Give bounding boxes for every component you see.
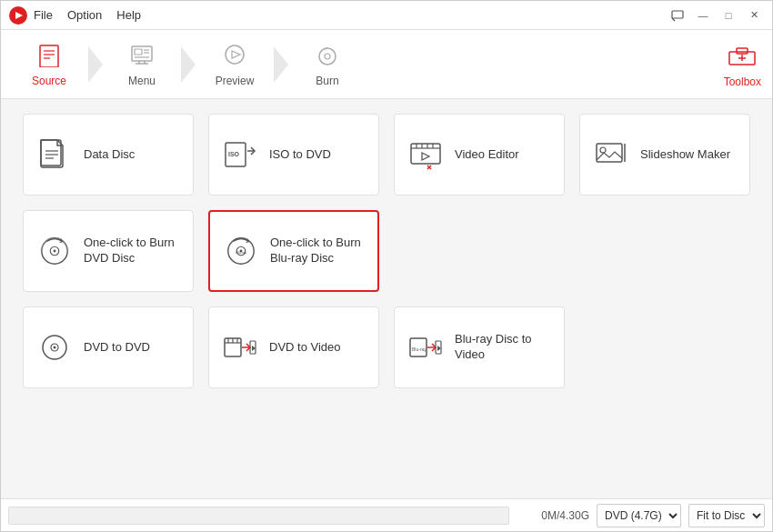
svg-point-42 [600, 147, 606, 153]
menu-bar: File Option Help [34, 8, 141, 22]
message-btn[interactable] [667, 6, 688, 25]
svg-rect-41 [597, 144, 622, 162]
data-disc-icon [38, 138, 71, 171]
tools-row3: DVD to DVD DVD to Video [23, 306, 750, 388]
nav-items: Source Menu [8, 30, 368, 98]
svg-point-19 [325, 54, 330, 59]
minimize-btn[interactable]: — [692, 6, 714, 25]
nav-burn[interactable]: Burn [286, 30, 368, 99]
empty-1 [394, 210, 565, 292]
fit-select[interactable]: Fit to Disc No Menu [688, 504, 765, 527]
nav-menu-label: Menu [128, 75, 156, 87]
iso-icon: ISO [224, 138, 256, 171]
dvd-to-video-icon [224, 331, 256, 364]
svg-rect-21 [737, 48, 748, 54]
toolbox-btn[interactable]: Toolbox [724, 41, 761, 88]
oneclick-dvd-label: One-click to Burn DVD Disc [84, 236, 178, 266]
nav-menu[interactable]: Menu [101, 30, 183, 99]
data-disc-label: Data Disc [84, 147, 135, 163]
burn-icon [315, 42, 340, 71]
svg-marker-17 [232, 51, 240, 58]
status-size: 0M/4.30G [517, 509, 589, 522]
svg-rect-2 [672, 11, 683, 18]
preview-icon [222, 42, 247, 71]
tool-oneclick-dvd[interactable]: One-click to Burn DVD Disc [23, 210, 194, 292]
svg-marker-66 [437, 346, 441, 351]
close-btn[interactable]: ✕ [743, 6, 765, 25]
tool-dvd-to-dvd[interactable]: DVD to DVD [23, 306, 194, 388]
title-bar: File Option Help — □ ✕ [1, 1, 772, 30]
progress-bar [8, 507, 509, 525]
svg-marker-61 [252, 346, 256, 351]
svg-rect-9 [135, 49, 142, 55]
oneclick-dvd-icon [38, 235, 71, 267]
nav-source[interactable]: Source [8, 30, 90, 99]
nav-burn-label: Burn [316, 75, 338, 87]
dvd-to-dvd-icon [38, 331, 71, 364]
menu-file[interactable]: File [34, 8, 53, 22]
svg-text:Blu-ray: Blu-ray [412, 346, 427, 352]
tool-slideshow-maker[interactable]: Slideshow Maker [579, 114, 750, 196]
app-logo [8, 5, 28, 25]
svg-marker-38 [422, 153, 429, 160]
disc-type-select[interactable]: DVD (4.7G) DVD (8.5G) BD-25 BD-50 [597, 504, 681, 527]
toolbox-icon [728, 41, 757, 72]
dvd-video-label: DVD to Video [269, 340, 341, 356]
nav-arrow-1 [88, 46, 103, 83]
empty-2 [579, 210, 750, 292]
bluray-to-video-icon: Blu-ray [409, 331, 442, 364]
nav-source-label: Source [32, 75, 66, 87]
tool-dvd-to-video[interactable]: DVD to Video [208, 306, 379, 388]
video-editor-icon [409, 138, 442, 171]
dvd-dvd-label: DVD to DVD [84, 340, 150, 356]
video-editor-label: Video Editor [455, 147, 519, 163]
slideshow-icon [595, 138, 627, 171]
svg-point-53 [54, 346, 56, 349]
svg-text:ISO: ISO [228, 151, 240, 157]
svg-rect-32 [411, 144, 440, 164]
oneclick-bluray-icon: Blu-ray [225, 235, 257, 267]
maximize-btn[interactable]: □ [718, 6, 739, 25]
toolbar: Source Menu [1, 30, 772, 99]
iso-dvd-label: ISO to DVD [269, 147, 331, 163]
tool-oneclick-bluray[interactable]: Blu-ray One-click to Burn Blu-ray Disc [208, 210, 379, 292]
source-icon [36, 42, 62, 71]
menu-nav-icon [129, 42, 155, 71]
svg-point-46 [54, 250, 56, 253]
tool-iso-to-dvd[interactable]: ISO ISO to DVD [208, 114, 379, 196]
oneclick-bluray-label: One-click to Burn Blu-ray Disc [270, 236, 363, 266]
bluray-video-label: Blu-ray Disc to Video [455, 332, 549, 363]
toolbox-label: Toolbox [724, 75, 761, 88]
empty-3 [579, 306, 750, 388]
tools-row2: One-click to Burn DVD Disc Blu-ray One-c… [23, 210, 750, 292]
main-content: Data Disc ISO ISO to DVD [1, 99, 772, 498]
tools-row1: Data Disc ISO ISO to DVD [23, 114, 750, 196]
menu-help[interactable]: Help [116, 8, 141, 22]
nav-arrow-3 [274, 46, 288, 83]
nav-preview[interactable]: Preview [194, 30, 276, 99]
svg-point-18 [319, 48, 336, 65]
nav-arrow-2 [181, 46, 196, 83]
svg-text:Blu-ray: Blu-ray [236, 251, 246, 255]
status-bar: 0M/4.30G DVD (4.7G) DVD (8.5G) BD-25 BD-… [1, 498, 772, 531]
menu-option[interactable]: Option [67, 8, 102, 22]
tool-data-disc[interactable]: Data Disc [23, 114, 194, 196]
slideshow-maker-label: Slideshow Maker [640, 147, 730, 163]
tool-bluray-to-video[interactable]: Blu-ray Blu-ray Disc to Video [394, 306, 565, 388]
nav-preview-label: Preview [216, 75, 255, 87]
window-controls: — □ ✕ [667, 6, 765, 25]
tool-video-editor[interactable]: Video Editor [394, 114, 565, 196]
svg-rect-4 [40, 45, 58, 67]
